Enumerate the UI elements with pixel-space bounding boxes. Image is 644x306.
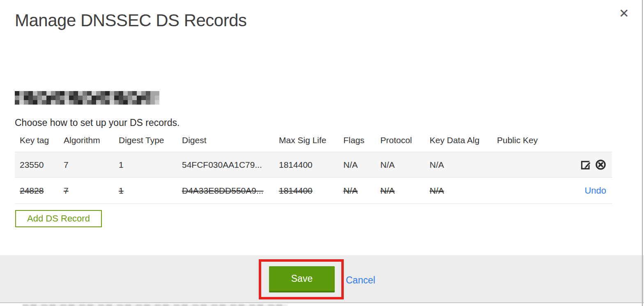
edit-icon[interactable] [581,159,592,170]
cell-actions [562,152,612,178]
cell-protocol: N/A [380,178,430,204]
table-header-row: Key tag Algorithm Digest Type Digest Max… [15,134,612,152]
col-header-key-tag: Key tag [15,134,64,152]
save-button[interactable]: Save [269,266,335,292]
cell-actions: Undo [562,178,612,204]
cell-public-key [497,178,562,204]
undo-link[interactable]: Undo [584,185,606,196]
page-behind-modal [23,304,288,306]
col-header-digest: Digest [182,134,279,152]
redacted-domain-name [15,91,159,105]
cancel-link[interactable]: Cancel [346,275,375,286]
col-header-algorithm: Algorithm [64,134,119,152]
col-header-max-sig-life: Max Sig Life [279,134,343,152]
cell-protocol: N/A [380,152,430,178]
col-header-digest-type: Digest Type [119,134,182,152]
cell-public-key [497,152,562,178]
col-header-public-key: Public Key [497,134,562,152]
dnssec-modal: Manage DNSSEC DS Records ✕ Choose how to… [0,0,644,306]
delete-icon[interactable] [595,159,606,170]
cell-flags: N/A [343,152,380,178]
add-ds-record-button[interactable]: Add DS Record [15,210,102,227]
col-header-protocol: Protocol [380,134,430,152]
cell-algorithm: 7 [64,178,119,204]
col-header-key-data-alg: Key Data Alg [430,134,497,152]
cell-algorithm: 7 [64,152,119,178]
cell-key-data-alg: N/A [430,178,497,204]
cell-key-tag: 24828 [15,178,64,204]
cell-key-data-alg: N/A [430,152,497,178]
modal-footer: Save Cancel [0,255,644,303]
cell-max-sig-life: 1814400 [279,178,343,204]
close-icon[interactable]: ✕ [619,7,629,20]
col-header-flags: Flags [343,134,380,152]
page-title: Manage DNSSEC DS Records [15,11,247,30]
cell-max-sig-life: 1814400 [279,152,343,178]
col-header-actions [562,134,612,152]
cell-flags: N/A [343,178,380,204]
instruction-text: Choose how to set up your DS records. [15,117,179,128]
table-row: 24828 7 1 D4A33E8DD550A9... 1814400 N/A … [15,178,612,204]
cell-digest: 54FCF030AA1C79... [182,152,279,178]
cell-digest-type: 1 [119,152,182,178]
table-row: 23550 7 1 54FCF030AA1C79... 1814400 N/A … [15,152,612,178]
cell-digest: D4A33E8DD550A9... [182,178,279,204]
cell-digest-type: 1 [119,178,182,204]
annotation-red-box: Save [259,259,344,299]
ds-records-table: Key tag Algorithm Digest Type Digest Max… [15,134,612,204]
window-border [642,0,643,306]
cell-key-tag: 23550 [15,152,64,178]
